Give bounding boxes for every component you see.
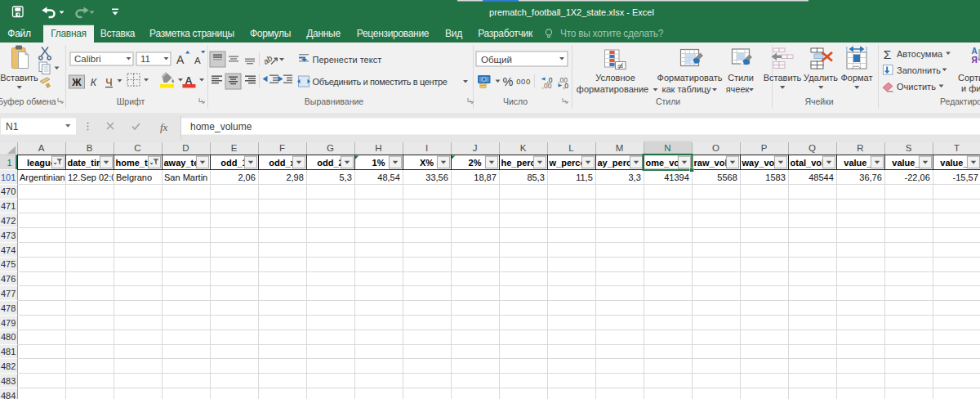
svg-text:Заполнить: Заполнить [897, 65, 941, 75]
svg-text:Шрифт: Шрифт [117, 96, 145, 106]
svg-text:470: 470 [1, 186, 16, 196]
svg-text:otal_vol: otal_vol [791, 158, 825, 168]
svg-text:479: 479 [1, 318, 16, 328]
svg-text:480: 480 [1, 332, 16, 342]
svg-text:-22,06: -22,06 [905, 173, 930, 182]
svg-text:478: 478 [1, 303, 16, 313]
svg-text:473: 473 [1, 231, 16, 240]
svg-text:A: A [38, 143, 45, 153]
svg-text:Объединить и поместить в центр: Объединить и поместить в центре [313, 77, 448, 87]
svg-text:Ч: Ч [105, 77, 112, 88]
svg-text:M: M [616, 143, 624, 153]
svg-text:B: B [87, 143, 93, 153]
svg-text:,0: ,0 [563, 82, 568, 90]
svg-text:2%: 2% [469, 158, 482, 168]
svg-text:1: 1 [7, 158, 11, 168]
svg-text:474: 474 [1, 245, 16, 255]
svg-text:Q: Q [808, 143, 816, 153]
svg-text:N1: N1 [6, 121, 19, 132]
svg-text:w_perce: w_perce [549, 158, 586, 168]
svg-text:Вставить: Вставить [0, 73, 38, 83]
svg-text:85,3: 85,3 [527, 173, 544, 182]
svg-text:476: 476 [1, 274, 16, 284]
svg-text:C: C [134, 143, 140, 153]
svg-text:Форматировать: Форматировать [657, 73, 723, 83]
svg-text:5,3: 5,3 [340, 173, 352, 182]
svg-text:А: А [971, 47, 977, 56]
svg-text:home_te: home_te [116, 158, 153, 168]
svg-text:Число: Число [503, 96, 528, 106]
svg-text:Удалить: Удалить [804, 73, 838, 83]
svg-text:Ячейки: Ячейки [804, 96, 833, 106]
svg-text:E: E [231, 143, 238, 153]
svg-text:как таблицу: как таблицу [662, 84, 711, 94]
svg-text:P: P [761, 143, 768, 153]
svg-text:Условное: Условное [595, 73, 635, 83]
svg-text:K: K [520, 143, 527, 153]
svg-text:Формат: Формат [840, 73, 872, 83]
svg-text:A: A [194, 56, 201, 65]
svg-text:Файл: Файл [7, 28, 31, 39]
svg-text:2,98: 2,98 [286, 173, 303, 182]
svg-text:odd_x: odd_x [269, 158, 296, 168]
svg-text:Разметка страницы: Разметка страницы [149, 28, 234, 39]
svg-text:S: S [906, 143, 912, 153]
svg-text:ячеек: ячеек [726, 84, 750, 94]
svg-text:Я: Я [971, 56, 977, 65]
svg-text:D: D [182, 143, 189, 153]
svg-text:league: league [27, 158, 56, 168]
svg-text:home_volume: home_volume [190, 121, 252, 132]
svg-text:Calibri: Calibri [74, 54, 101, 64]
svg-text:J: J [473, 143, 478, 153]
svg-text:way_vol: way_vol [742, 158, 777, 168]
svg-text:11: 11 [140, 54, 150, 64]
svg-text:Выравнивание: Выравнивание [305, 96, 363, 106]
svg-text:Общий: Общий [481, 55, 512, 65]
svg-text:18,87: 18,87 [474, 173, 497, 182]
svg-text:3,3: 3,3 [629, 173, 641, 182]
svg-text:Вставка: Вставка [100, 28, 136, 39]
svg-text:he_perc: he_perc [501, 158, 536, 168]
svg-text:41394: 41394 [664, 173, 689, 182]
svg-text:-15,57: -15,57 [953, 173, 978, 182]
svg-text:483: 483 [1, 376, 16, 386]
svg-text:11,5: 11,5 [576, 173, 593, 182]
svg-text:,00: ,00 [542, 82, 552, 90]
svg-text:Буфер обмена: Буфер обмена [0, 96, 56, 106]
svg-text:F: F [279, 143, 285, 153]
svg-text:482: 482 [1, 361, 16, 371]
svg-text:Данные: Данные [306, 28, 341, 39]
svg-text:Перенести текст: Перенести текст [313, 55, 382, 65]
svg-text:1%: 1% [372, 158, 385, 168]
svg-text:G: G [327, 143, 334, 153]
svg-text:форматирование: форматирование [577, 84, 648, 94]
svg-text:T: T [954, 143, 960, 153]
svg-text:San Martin S: San Martin S [164, 173, 216, 182]
svg-text:Ж: Ж [71, 77, 82, 88]
svg-text:Редактиров: Редактиров [940, 96, 980, 106]
svg-text:L: L [568, 143, 574, 153]
svg-text:1583: 1583 [765, 173, 785, 182]
svg-text:Стили: Стили [656, 96, 680, 106]
svg-text:33,56: 33,56 [425, 173, 448, 182]
svg-text:и фил: и фил [961, 83, 980, 93]
svg-text:fx: fx [160, 121, 168, 133]
svg-text:К: К [91, 77, 97, 88]
svg-text:date_tim: date_tim [68, 158, 105, 168]
svg-text:Разработчик: Разработчик [478, 28, 533, 39]
svg-text:472: 472 [1, 216, 16, 226]
svg-text:477: 477 [1, 289, 16, 298]
svg-text:36,76: 36,76 [859, 173, 882, 182]
svg-text:N: N [664, 143, 670, 153]
svg-text:Стили: Стили [728, 73, 754, 83]
svg-text:Что вы хотите сделать?: Что вы хотите сделать? [560, 28, 664, 39]
svg-text:odd_2: odd_2 [317, 158, 343, 168]
svg-text:Рецензирование: Рецензирование [357, 28, 430, 39]
svg-text:odd_1: odd_1 [220, 158, 247, 168]
svg-text:R: R [857, 143, 863, 153]
svg-text:2,06: 2,06 [238, 173, 255, 182]
svg-text:ome_vo: ome_vo [646, 158, 680, 168]
svg-text:H: H [375, 143, 381, 153]
svg-text:481: 481 [1, 347, 16, 356]
svg-text:Формулы: Формулы [250, 28, 291, 39]
